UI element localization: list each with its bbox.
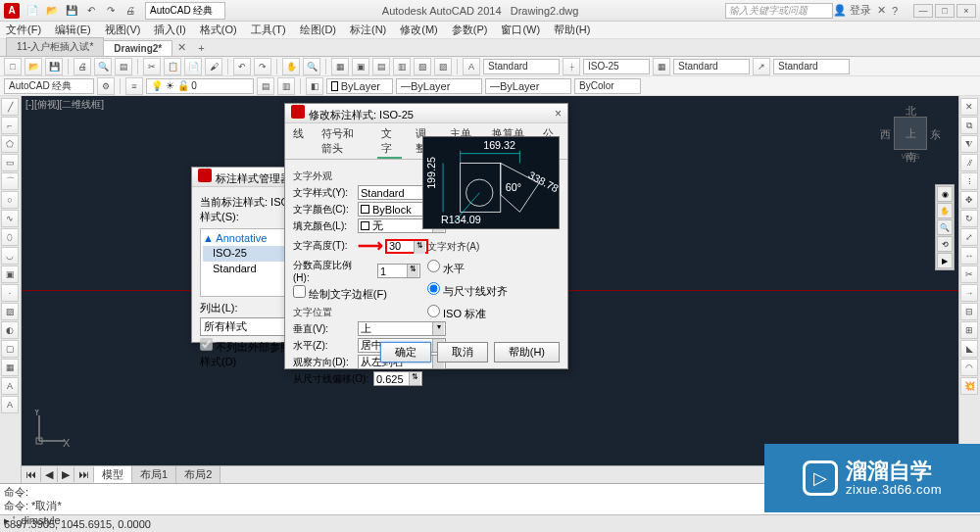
tool-quickcalc-icon[interactable]: ▨ bbox=[434, 58, 452, 75]
menu-view[interactable]: 视图(V) bbox=[105, 23, 141, 37]
mod-copy-icon[interactable]: ⧉ bbox=[960, 117, 978, 134]
add-doc-tab[interactable]: + bbox=[192, 40, 210, 56]
view-label[interactable]: [-][俯视][二维线框] bbox=[25, 98, 104, 112]
menu-format[interactable]: 格式(O) bbox=[200, 23, 237, 37]
draw-point-icon[interactable]: · bbox=[1, 284, 19, 302]
tab-first-icon[interactable]: ⏮ bbox=[22, 467, 41, 482]
draw-region-icon[interactable]: ▢ bbox=[1, 340, 19, 358]
tool-zoom-icon[interactable]: 🔍 bbox=[303, 58, 320, 75]
tab-layout1[interactable]: 布局1 bbox=[132, 466, 176, 483]
maximize-button[interactable]: □ bbox=[935, 4, 955, 18]
doc-tab[interactable]: 11-入户柜插入试* bbox=[6, 37, 104, 56]
tool-publish-icon[interactable]: ▤ bbox=[115, 58, 132, 75]
draw-table-icon[interactable]: ▦ bbox=[1, 359, 19, 376]
exchange-icon[interactable]: ✕ bbox=[877, 4, 886, 17]
doc-tab[interactable]: Drawing2* bbox=[103, 40, 172, 56]
mod-erase-icon[interactable]: ✕ bbox=[960, 98, 978, 116]
draw-text-icon[interactable]: A bbox=[1, 377, 19, 395]
tool-layeriso-icon[interactable]: ▥ bbox=[277, 77, 295, 95]
tool-save-icon[interactable]: 💾 bbox=[45, 58, 63, 75]
dialog-close-icon[interactable]: × bbox=[555, 107, 562, 121]
qat-save-icon[interactable]: 💾 bbox=[63, 2, 80, 20]
lineweight-combo[interactable]: — ByLayer bbox=[485, 78, 571, 94]
align-horiz-radio[interactable]: 水平 bbox=[427, 263, 465, 274]
tool-pan-icon[interactable]: ✋ bbox=[282, 58, 300, 75]
menu-file[interactable]: 文件(F) bbox=[6, 23, 41, 37]
dialog-titlebar[interactable]: 修改标注样式: ISO-25 × bbox=[285, 104, 567, 123]
nav-zoom-icon[interactable]: 🔍 bbox=[937, 219, 953, 235]
minimize-button[interactable]: — bbox=[913, 4, 933, 18]
tab-lines[interactable]: 线 bbox=[289, 125, 308, 159]
mleaderstyle-combo[interactable]: Standard bbox=[773, 59, 850, 74]
layer-combo[interactable]: 💡 ☀ 🔓 0 bbox=[146, 78, 254, 94]
mod-trim-icon[interactable]: ✂ bbox=[960, 266, 978, 283]
tab-next-icon[interactable]: ▶ bbox=[58, 467, 74, 482]
offset-input[interactable]: 0.625⇅ bbox=[373, 371, 422, 386]
tab-text[interactable]: 文字 bbox=[377, 125, 402, 159]
draw-polyline-icon[interactable]: ⌐ bbox=[1, 117, 19, 134]
tab-prev-icon[interactable]: ◀ bbox=[41, 467, 58, 482]
tool-textstyle-icon[interactable]: A bbox=[463, 58, 480, 75]
tab-last-icon[interactable]: ⏭ bbox=[74, 467, 94, 482]
menu-draw[interactable]: 绘图(D) bbox=[300, 23, 336, 37]
draw-gradient-icon[interactable]: ◐ bbox=[1, 321, 19, 339]
linetype-combo[interactable]: — ByLayer bbox=[396, 78, 482, 94]
qat-print-icon[interactable]: 🖨 bbox=[122, 2, 139, 20]
tool-palette-icon[interactable]: ▤ bbox=[372, 58, 390, 75]
qat-redo-icon[interactable]: ↷ bbox=[102, 2, 120, 20]
tool-gear-icon[interactable]: ⚙ bbox=[97, 77, 115, 95]
tab-layout2[interactable]: 布局2 bbox=[176, 466, 220, 483]
mod-offset-icon[interactable]: ⫽ bbox=[960, 154, 978, 171]
menu-tools[interactable]: 工具(T) bbox=[251, 23, 286, 37]
tool-properties-icon[interactable]: ▦ bbox=[331, 58, 349, 75]
mod-explode-icon[interactable]: 💥 bbox=[960, 377, 978, 395]
mod-mirror-icon[interactable]: ⧨ bbox=[960, 135, 978, 153]
tool-cut-icon[interactable]: ✂ bbox=[143, 58, 161, 75]
tab-model[interactable]: 模型 bbox=[94, 466, 132, 483]
mod-chamfer-icon[interactable]: ◣ bbox=[960, 340, 978, 358]
draw-circle-icon[interactable]: ○ bbox=[1, 191, 19, 209]
align-dim-radio[interactable]: 与尺寸线对齐 bbox=[427, 285, 508, 297]
nav-showmotion-icon[interactable]: ▶ bbox=[937, 253, 953, 268]
tool-mleaderstyle-icon[interactable]: ↗ bbox=[753, 58, 770, 75]
new-doc-tab[interactable]: ✕ bbox=[172, 39, 192, 56]
help-icon[interactable]: ? bbox=[892, 5, 898, 17]
mod-rotate-icon[interactable]: ↻ bbox=[960, 210, 978, 227]
viewcube-top[interactable]: 上 bbox=[894, 117, 927, 150]
draw-rectangle-icon[interactable]: ▭ bbox=[1, 154, 19, 171]
draw-frame-checkbox[interactable]: 绘制文字边框(F) bbox=[293, 285, 387, 302]
viewcube-south[interactable]: 南 bbox=[880, 150, 941, 165]
tool-new-icon[interactable]: □ bbox=[4, 58, 22, 75]
app-logo-icon[interactable]: A bbox=[4, 3, 20, 19]
menu-dimension[interactable]: 标注(N) bbox=[350, 23, 386, 37]
fraction-height-input[interactable]: 1⇅ bbox=[377, 264, 420, 278]
mod-array-icon[interactable]: ⫶ bbox=[960, 172, 978, 190]
mod-stretch-icon[interactable]: ↔ bbox=[960, 247, 978, 265]
tool-print-icon[interactable]: 🖨 bbox=[74, 58, 91, 75]
tool-tablestyle-icon[interactable]: ▦ bbox=[653, 58, 670, 75]
ok-button[interactable]: 确定 bbox=[380, 342, 431, 363]
text-height-input[interactable]: 30⇅ bbox=[385, 239, 428, 254]
tablestyle-combo[interactable]: Standard bbox=[673, 59, 750, 74]
workspace-selector[interactable]: AutoCAD 经典 bbox=[145, 2, 225, 20]
menu-edit[interactable]: 编辑(E) bbox=[55, 23, 91, 37]
viewcube-west[interactable]: 西 bbox=[880, 127, 891, 142]
tool-designcenter-icon[interactable]: ▣ bbox=[352, 58, 369, 75]
mod-break-icon[interactable]: ⊟ bbox=[960, 303, 978, 320]
tool-match-icon[interactable]: 🖌 bbox=[205, 58, 222, 75]
qat-new-icon[interactable]: 📄 bbox=[24, 2, 41, 20]
menu-parametric[interactable]: 参数(P) bbox=[452, 23, 488, 37]
draw-hatch-icon[interactable]: ▨ bbox=[1, 303, 19, 320]
tool-color-icon[interactable]: ◧ bbox=[306, 77, 323, 95]
mod-extend-icon[interactable]: → bbox=[960, 284, 978, 302]
cancel-button[interactable]: 取消 bbox=[437, 342, 488, 363]
menu-window[interactable]: 窗口(W) bbox=[501, 23, 540, 37]
close-button[interactable]: × bbox=[956, 4, 976, 18]
tool-markup-icon[interactable]: ▧ bbox=[414, 58, 431, 75]
textstyle-combo[interactable]: Standard bbox=[483, 59, 560, 74]
menu-insert[interactable]: 插入(I) bbox=[154, 23, 185, 37]
tool-dimstyle-icon[interactable]: ⟊ bbox=[563, 58, 580, 75]
menu-modify[interactable]: 修改(M) bbox=[400, 23, 438, 37]
login-button[interactable]: 👤 登录 bbox=[833, 3, 871, 18]
mod-scale-icon[interactable]: ⤢ bbox=[960, 228, 978, 246]
